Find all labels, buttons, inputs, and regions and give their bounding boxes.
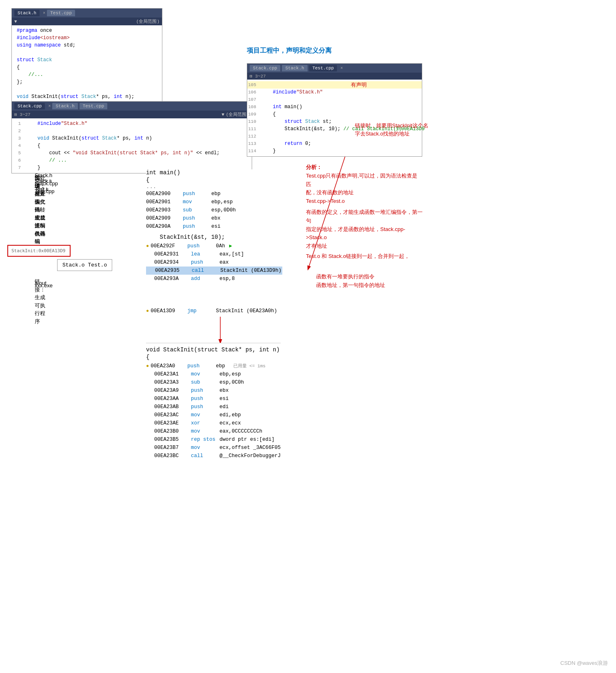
testcpp-window: Stack.cpp Stack.h Test.cpp × ⊞ 3~27 105 … (247, 63, 422, 157)
stackcpp-content: 1 #include"Stack.h" 2 3 void StackInit(s… (12, 118, 252, 173)
dot-icon: ● (146, 242, 149, 250)
testcpp-toolbar: ⊞ 3~27 (247, 73, 422, 80)
asm-line: 00EA23B0 mov eax,0CCCCCCCCh (146, 427, 281, 435)
impl-dot-icon: ● (146, 362, 149, 370)
asm-line: 00EA2903 sub esp,0D0h (146, 206, 282, 214)
code-line: 1 #include"Stack.h" (12, 120, 252, 127)
stackinit-impl-block: void StackInit(struct Stack* ps, int n) … (146, 343, 281, 460)
has-definition-annotation: 有函数的定义，才能生成函数一堆汇编指令，第一句 指定的地址，才是函数的地址，St… (306, 208, 424, 251)
code-line: 3 void StackInit(struct Stack* ps, int n… (12, 135, 252, 142)
code-line: }; (15, 78, 162, 86)
code-line (15, 49, 162, 56)
main-func-ellipsis: ... (146, 183, 282, 190)
code-line: 105 (247, 81, 422, 89)
testcpp-tab3[interactable]: Test.cpp (309, 65, 337, 71)
code-line: 107 (247, 96, 422, 103)
main-asm-block: int main() { ... 00EA2900 push ebp 00EA2… (146, 169, 282, 283)
code-line: { (15, 64, 162, 71)
code-line (15, 86, 162, 93)
code-line: 5 cout << "void StackInit(struct Stack* … (12, 149, 252, 157)
asm-line: 00EA23B7 mov ecx,offset _3AC66F05 (146, 444, 281, 452)
stackh-close[interactable]: × (43, 11, 45, 16)
asm-line: 00EA23AE xor ecx,ecx (146, 419, 281, 427)
stackh-scope: (全局范围) (136, 18, 160, 24)
asm-line: 00EA23A3 sub esp,0C0h (146, 378, 281, 386)
asm-line: ● 00EA23A0 push ebp 已用量 <= 1ms (146, 362, 281, 370)
stackcpp-scope: (全局范围) (226, 111, 249, 118)
asm-line: 00EA2909 push ebx (146, 214, 282, 222)
asm-line: 00EA2934 push eax (146, 258, 282, 267)
step3-label: 汇编：把汇编代码转成二进制机器码 (35, 174, 45, 246)
stackinit-addr-box: StackInit:0x00EA13D9 (7, 245, 71, 257)
has-declaration-label: 有声明 (351, 81, 367, 89)
code-line: 106 #include"Stack.h" (247, 89, 422, 96)
asm-line: 00EA2901 mov ebp,esp (146, 198, 282, 206)
call-stackinit-line: 00EA2935 call StackInit (0EA13D9h) (146, 267, 282, 275)
stackcpp-toolbar: ⊞ 3~27 ▼ (全局范围) (12, 111, 252, 118)
asm-line: 00EA23AA push esi (146, 395, 281, 403)
asm-line: 00EA23A1 mov ebp,esp (146, 370, 281, 378)
header-annotation: 项目工程中，声明和定义分离 (247, 46, 332, 56)
stackh-tab[interactable]: Stack.h (14, 10, 40, 16)
testcpp-content: 105 106 #include"Stack.h" 107 108 int ma… (247, 80, 422, 156)
stackh-tab3[interactable]: Stack.h (282, 65, 307, 71)
main-func-header: int main() (146, 169, 282, 176)
stackh-content: #pragma once #include<iostream> using na… (12, 25, 162, 102)
stackinit-impl-brace: { (146, 354, 281, 360)
link-note: 链接时，就要用StackInit这个名字去Stack.o找他的地址 (355, 122, 428, 138)
stackcpp-tab[interactable]: Stack.cpp (14, 103, 45, 109)
code-line: 114 } (247, 147, 422, 155)
stackcpp-tab2[interactable]: Stack.cpp (250, 65, 280, 71)
asm-line: 00EA23B5 rep stos dword ptr es:[edi] (146, 435, 281, 444)
output2-label: a.out (35, 279, 47, 287)
asm-line: ● 00EA13D9 jmp StackInit (0EA23A0h) (146, 307, 277, 315)
jmp-asm-block: ● 00EA13D9 jmp StackInit (0EA23A0h) (146, 307, 277, 315)
code-line: #include<iostream> (15, 34, 162, 42)
testcpp-titlebar: Stack.cpp Stack.h Test.cpp × (247, 64, 422, 73)
stackh-toolbar: ▼ (全局范围) (12, 18, 162, 25)
code-line: 4 { (12, 142, 252, 149)
stackinit-call-label: StackInit(&st, 10); (146, 234, 282, 240)
asm-line: 00EA23AC mov edi,ebp (146, 411, 281, 419)
link-together-annotation: Test.o 和 Stack.o链接到一起，合并到一起， (306, 252, 410, 260)
stackh-tab2[interactable]: Stack.h (52, 103, 78, 109)
code-line: 109 { (247, 111, 422, 118)
testcpp-close[interactable]: × (340, 66, 343, 71)
code-line: struct Stack (15, 56, 162, 64)
obj-files-box: Stack.o Test.o (57, 259, 112, 271)
asm-line: 00EA23AB push edi (146, 403, 281, 411)
stackcpp-close[interactable]: × (48, 104, 51, 109)
asm-line: 00EA2900 push ebp (146, 190, 282, 198)
asm-line: 00EA293A add esp,8 (146, 275, 282, 283)
obj-files-label: Stack.o Test.o (57, 259, 112, 271)
stackh-titlebar: Stack.h × Test.cpp (12, 9, 162, 18)
watermark: CSDN @waves浪游 (561, 660, 608, 667)
code-line: 6 // ... (12, 157, 252, 164)
main-func-brace: { (146, 177, 282, 183)
func-instructions-annotation: 函数有一堆要执行的指令 函数地址，第一句指令的地址 (316, 273, 385, 290)
asm-line: 00EA23A9 push ebx (146, 386, 281, 395)
code-line: 2 (12, 127, 252, 135)
stackcpp-titlebar: Stack.cpp × Stack.h Test.cpp (12, 102, 252, 111)
stackcpp-window: Stack.cpp × Stack.h Test.cpp ⊞ 3~27 ▼ (全… (11, 101, 252, 173)
code-line: 113 return 0; (247, 140, 422, 147)
asm-line: ● 00EA292F push 0Ah ▶ (146, 242, 282, 250)
stackinit-addr-label: StackInit:0x00EA13D9 (11, 248, 66, 253)
code-line: 108 int main() (247, 103, 422, 111)
code-line: using namespace std; (15, 42, 162, 49)
analysis-annotation: 分析： Test.cpp只有函数声明,可以过，因为语法检查是匹 配，没有函数的地… (306, 163, 420, 206)
stackh-window: Stack.h × Test.cpp ▼ (全局范围) #pragma once… (11, 8, 162, 102)
jmp-dot-icon: ● (146, 307, 149, 315)
testcpp-tab1[interactable]: Test.cpp (47, 10, 75, 16)
code-line: #pragma once (15, 27, 162, 34)
code-line: //... (15, 71, 162, 78)
testcpp-tab2[interactable]: Test.cpp (80, 103, 108, 109)
stackinit-declaration: void StackInit(struct Stack* ps, int n); (15, 93, 162, 100)
asm-line: 00EA2931 lea eax,[st] (146, 250, 282, 258)
asm-line: 00EA23BC call @__CheckForDebuggerJ (146, 452, 281, 460)
asm-line: 00EA290A push esi (146, 222, 282, 231)
stackinit-impl-header: void StackInit(struct Stack* ps, int n) (146, 346, 281, 353)
